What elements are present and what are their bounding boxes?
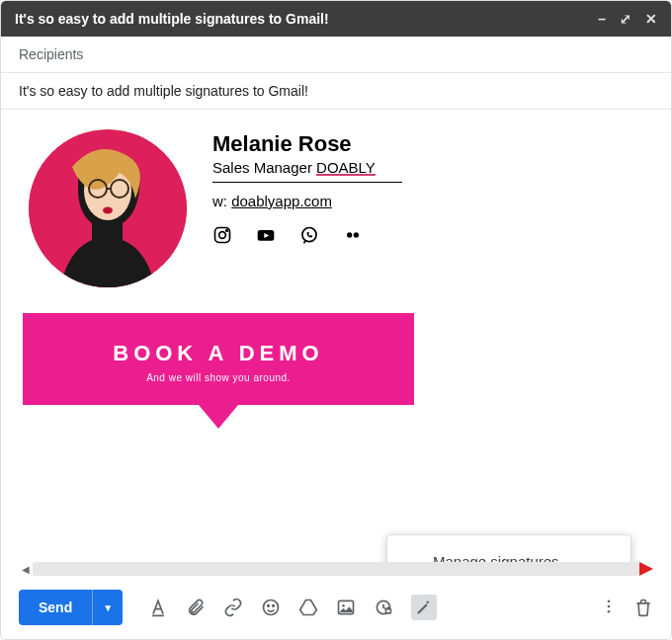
discard-draft-icon[interactable]: [633, 598, 653, 617]
signature-divider: [212, 182, 402, 183]
attach-file-icon[interactable]: [186, 598, 206, 617]
toolbar-right: [600, 598, 653, 617]
svg-marker-19: [300, 600, 317, 615]
svg-point-21: [342, 604, 345, 607]
expand-icon[interactable]: ⤢: [620, 11, 631, 27]
close-icon[interactable]: ✕: [645, 11, 657, 27]
signature-role: Sales Manager DOABLY: [212, 159, 402, 176]
horizontal-scrollbar[interactable]: ◀: [1, 562, 671, 582]
signature-text: Melanie Rose Sales Manager DOABLY w: doa…: [212, 129, 402, 245]
confidential-mode-icon[interactable]: [374, 598, 393, 617]
youtube-icon[interactable]: [256, 225, 276, 245]
whatsapp-icon[interactable]: [299, 225, 319, 245]
message-body[interactable]: Melanie Rose Sales Manager DOABLY w: doa…: [1, 110, 671, 562]
signature-website: w: doablyapp.com: [212, 193, 402, 209]
svg-point-13: [354, 232, 359, 237]
send-options-button[interactable]: ▼: [92, 590, 123, 625]
more-options-icon[interactable]: [600, 598, 620, 617]
svg-rect-23: [386, 609, 391, 613]
svg-point-16: [264, 600, 279, 615]
social-icons: [212, 225, 402, 245]
banner-headline: BOOK A DEMO: [33, 341, 404, 366]
email-signature: Melanie Rose Sales Manager DOABLY w: doa…: [29, 129, 653, 287]
recipients-placeholder: Recipients: [19, 46, 83, 62]
banner-subtext: And we will show you around.: [33, 372, 404, 383]
format-text-icon[interactable]: [148, 598, 168, 617]
banner-pointer: [199, 405, 238, 429]
svg-point-26: [608, 610, 611, 613]
insert-emoji-icon[interactable]: [261, 598, 281, 617]
avatar: [29, 129, 187, 287]
svg-point-8: [226, 230, 228, 232]
compose-window: It's so easy to add multiple signatures …: [0, 0, 672, 640]
cta-banner[interactable]: BOOK A DEMO And we will show you around.: [23, 313, 414, 429]
insert-signature-icon[interactable]: [411, 595, 437, 620]
window-title: It's so easy to add multiple signatures …: [15, 11, 598, 27]
minimize-icon[interactable]: –: [598, 11, 606, 27]
svg-point-24: [608, 600, 611, 602]
svg-point-12: [347, 232, 352, 237]
insert-drive-icon[interactable]: [298, 598, 318, 617]
svg-point-7: [219, 232, 226, 239]
window-controls: – ⤢ ✕: [598, 11, 657, 27]
send-button-group: Send ▼: [19, 590, 123, 625]
menu-manage-signatures[interactable]: Manage signatures: [387, 541, 630, 562]
scroll-left-icon[interactable]: ◀: [19, 562, 33, 576]
window-titlebar: It's so easy to add multiple signatures …: [1, 1, 671, 37]
scroll-track[interactable]: [33, 562, 639, 576]
subject-field[interactable]: It's so easy to add multiple signatures …: [1, 73, 671, 110]
compose-toolbar: Send ▼: [1, 582, 671, 639]
svg-point-25: [608, 605, 611, 608]
svg-point-18: [273, 605, 275, 607]
svg-marker-14: [639, 562, 653, 576]
svg-point-11: [302, 228, 316, 242]
formatting-tools: [148, 595, 437, 620]
website-link[interactable]: doablyapp.com: [231, 193, 332, 209]
insert-link-icon[interactable]: [223, 598, 243, 617]
subject-text: It's so easy to add multiple signatures …: [19, 83, 308, 99]
insert-photo-icon[interactable]: [336, 598, 356, 617]
svg-point-5: [103, 207, 113, 214]
flickr-icon[interactable]: [343, 225, 363, 245]
scroll-right-icon[interactable]: [639, 562, 653, 576]
signature-menu: Manage signatures No signature My signat…: [386, 534, 631, 562]
send-button[interactable]: Send: [19, 590, 92, 625]
svg-point-17: [268, 605, 270, 607]
signature-name: Melanie Rose: [212, 131, 402, 157]
instagram-icon[interactable]: [212, 225, 232, 245]
recipients-field[interactable]: Recipients: [1, 37, 671, 73]
signature-company: DOABLY: [316, 159, 376, 176]
